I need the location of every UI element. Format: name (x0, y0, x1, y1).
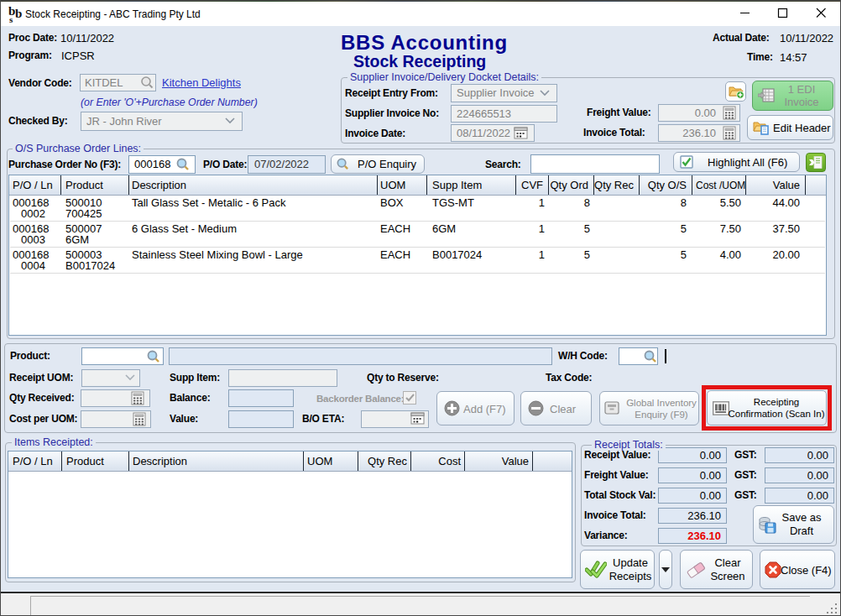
svg-text:s: s (9, 14, 13, 23)
svg-text:b: b (15, 7, 22, 20)
